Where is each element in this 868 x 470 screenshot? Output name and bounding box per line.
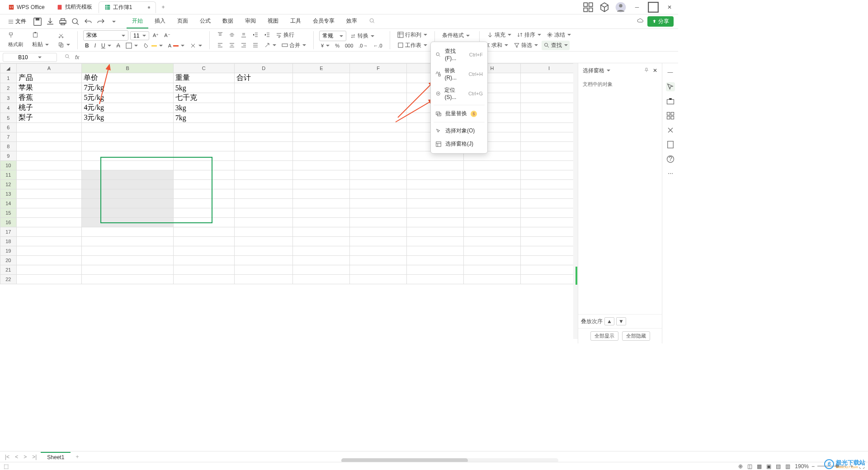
tab-data[interactable]: 数据 (217, 14, 239, 28)
select-tool-icon[interactable] (666, 82, 675, 91)
cell[interactable]: 单价 (82, 73, 173, 83)
align-center[interactable] (227, 41, 237, 49)
comma[interactable]: 000 (343, 42, 355, 49)
toolbox-icon[interactable] (666, 97, 675, 106)
rowcol[interactable]: 行和列 (396, 30, 429, 40)
collapse-icon[interactable]: — (666, 68, 675, 77)
ribbon-search-icon[interactable] (369, 18, 375, 25)
colh-D[interactable]: D (234, 64, 293, 73)
colh-E[interactable]: E (293, 64, 350, 73)
close-button[interactable]: ✕ (664, 1, 675, 13)
save-icon[interactable] (33, 17, 42, 27)
cloud-icon[interactable] (637, 17, 644, 26)
rowh[interactable]: 11 (0, 170, 17, 180)
rowh[interactable]: 9 (0, 151, 17, 161)
app-icon[interactable] (582, 1, 594, 13)
cut[interactable] (56, 32, 72, 40)
orient[interactable] (262, 41, 278, 49)
worksheet[interactable]: 工作表 (396, 41, 429, 50)
convert[interactable]: 转换 (348, 31, 376, 41)
cell[interactable]: 3kg (173, 103, 234, 113)
cell[interactable]: 5元/kg (82, 93, 173, 103)
menu-batch-replace[interactable]: 批量替换 $ (431, 107, 487, 120)
tab-page[interactable]: 页面 (172, 14, 193, 28)
settings-icon[interactable] (666, 126, 675, 135)
tab-view[interactable]: 视图 (262, 14, 284, 28)
copy[interactable] (56, 41, 72, 49)
rowh[interactable]: 15 (0, 208, 17, 218)
colh-B[interactable]: B (82, 64, 173, 73)
print-icon[interactable] (58, 17, 68, 27)
rowh[interactable]: 3 (0, 93, 17, 103)
inc-font[interactable]: A⁺ (151, 32, 160, 39)
rowh[interactable]: 4 (0, 103, 17, 113)
show-all-button[interactable]: 全部显示 (590, 331, 618, 341)
cell[interactable]: 产品 (16, 73, 82, 83)
font-color[interactable]: A (166, 42, 186, 49)
tab-workbook[interactable]: 工作簿1 (99, 1, 156, 13)
font-size-select[interactable]: 11 (130, 31, 149, 40)
rowh[interactable]: 14 (0, 199, 17, 208)
rowh[interactable]: 20 (0, 256, 17, 265)
tab-formula[interactable]: 公式 (194, 14, 216, 28)
cell[interactable]: 桃子 (16, 103, 82, 113)
more-icon[interactable]: ⋯ (666, 169, 675, 178)
colh-C[interactable]: C (173, 64, 234, 73)
quick-more[interactable] (108, 17, 118, 27)
components-icon[interactable] (666, 111, 675, 120)
bold[interactable]: B (83, 42, 91, 50)
dec-inc[interactable]: .0→ (357, 42, 369, 49)
filter[interactable]: 筛选 (512, 41, 540, 50)
freeze[interactable]: 冻结 (545, 30, 573, 40)
fx-label[interactable]: fx (75, 54, 79, 61)
tab-template[interactable]: 找稻壳模板 (51, 1, 98, 13)
vscroll[interactable] (573, 63, 578, 339)
cell[interactable]: 4元/kg (82, 103, 173, 113)
expand-fx-icon[interactable] (64, 53, 71, 61)
select-all-corner[interactable]: ◢ (0, 64, 17, 73)
rowh[interactable]: 22 (0, 275, 17, 284)
sum[interactable]: Σ求和 (485, 41, 510, 50)
maximize-button[interactable] (647, 1, 659, 13)
colh-A[interactable]: A (16, 64, 82, 73)
merge[interactable]: 合并 (280, 41, 308, 50)
cell[interactable]: 苹果 (16, 83, 82, 93)
grid-area[interactable]: ◢ A B C D E F G H I 1产品单价重量合计 2苹果7元/kg5k… (0, 63, 578, 343)
menu-goto[interactable]: 定位(S)... Ctrl+G (431, 84, 487, 103)
align-just[interactable] (250, 41, 260, 49)
rowh[interactable]: 16 (0, 218, 17, 227)
align-right[interactable] (239, 41, 249, 49)
align-mid[interactable] (227, 31, 237, 39)
cell[interactable]: 5kg (173, 83, 234, 93)
rowh[interactable]: 13 (0, 189, 17, 199)
rowh[interactable]: 1 (0, 73, 17, 83)
indent-inc[interactable] (262, 31, 272, 39)
file-menu[interactable]: 文件 (5, 16, 30, 27)
rowh[interactable]: 17 (0, 227, 17, 237)
rowh[interactable]: 10 (0, 161, 17, 170)
fill-color[interactable] (142, 42, 165, 50)
strike[interactable]: A (115, 42, 122, 50)
wrap[interactable]: 换行 (274, 30, 296, 40)
minimize-button[interactable]: ─ (631, 1, 643, 13)
help-icon[interactable]: ? (666, 155, 675, 164)
paste[interactable] (30, 31, 51, 39)
tab-tools[interactable]: 工具 (285, 14, 307, 28)
align-top[interactable] (215, 31, 225, 39)
rowh[interactable]: 5 (0, 113, 17, 123)
dec-dec[interactable]: ←.0 (372, 42, 384, 49)
fill[interactable]: 填充 (485, 30, 513, 40)
rowh[interactable]: 7 (0, 132, 17, 142)
align-left[interactable] (215, 41, 225, 49)
cond-format[interactable]: 条件格式 (440, 31, 474, 40)
cell[interactable]: 重量 (173, 73, 234, 83)
clear-format[interactable] (188, 42, 204, 50)
avatar-icon[interactable] (615, 1, 627, 13)
bookmark-icon[interactable] (666, 140, 675, 149)
redo-icon[interactable] (96, 17, 106, 27)
cell[interactable]: 合计 (234, 73, 293, 83)
preview-icon[interactable] (71, 17, 80, 27)
export-icon[interactable] (45, 17, 55, 27)
tab-review[interactable]: 审阅 (240, 14, 261, 28)
menu-replace[interactable]: AB 替换(R)... Ctrl+H (431, 64, 487, 84)
